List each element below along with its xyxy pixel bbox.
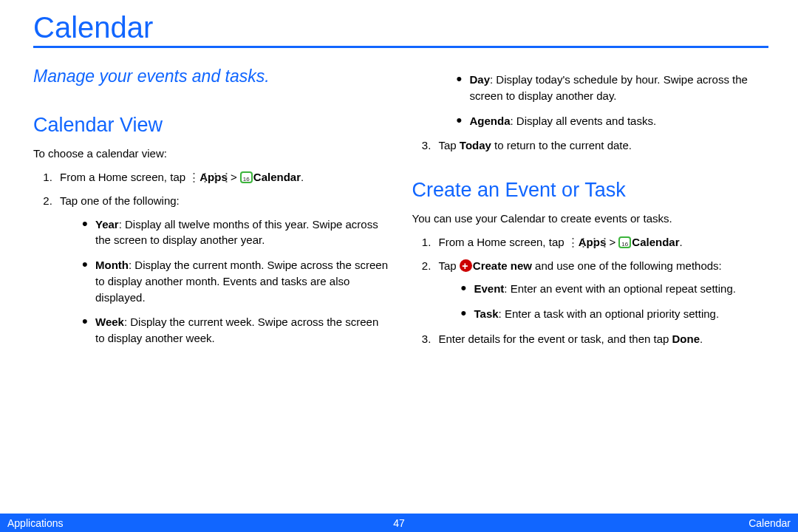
item-task: Task: Enter a task with an optional prio… <box>461 306 769 322</box>
footer-right: Calendar <box>748 517 791 529</box>
section-heading-create: Create an Event or Task <box>412 176 769 205</box>
item-year: Year: Display all twelve months of this … <box>82 216 390 249</box>
item-week: Week: Display the current week. Swipe ac… <box>82 314 390 347</box>
page-title: Calendar <box>33 11 768 48</box>
item-day: Day: Display today's schedule by hour. S… <box>457 72 769 104</box>
subtitle: Manage your events and tasks. <box>33 64 390 89</box>
calendar-icon <box>240 171 253 183</box>
item-month: Month: Display the current month. Swipe … <box>82 257 390 305</box>
page-number: 47 <box>393 517 405 529</box>
intro-text: To choose a calendar view: <box>33 146 390 162</box>
item-event: Event: Enter an event with an optional r… <box>461 281 769 297</box>
step-3: Tap Today to return to the current date. <box>434 137 769 154</box>
section-heading-view: Calendar View <box>33 111 390 140</box>
apps-icon <box>188 172 200 183</box>
footer-left: Applications <box>7 517 64 529</box>
step-2: Tap one of the following: Year: Display … <box>55 193 390 347</box>
plus-icon <box>460 259 472 272</box>
left-column: Manage your events and tasks. Calendar V… <box>33 64 390 364</box>
create-step-3: Enter details for the event or task, and… <box>434 331 769 347</box>
item-agenda: Agenda: Display all events and tasks. <box>457 113 769 129</box>
footer: Applications 47 Calendar <box>0 514 798 532</box>
create-step-2: Tap Create new and use one of the follow… <box>434 258 769 322</box>
right-column: Day: Display today's schedule by hour. S… <box>412 64 769 364</box>
create-intro: You can use your Calendar to create even… <box>412 211 769 227</box>
create-step-1: From a Home screen, tap Apps > Calendar. <box>434 234 769 250</box>
step-1: From a Home screen, tap Apps > Calendar. <box>55 169 390 185</box>
calendar-icon <box>618 236 631 248</box>
apps-icon <box>567 237 579 248</box>
